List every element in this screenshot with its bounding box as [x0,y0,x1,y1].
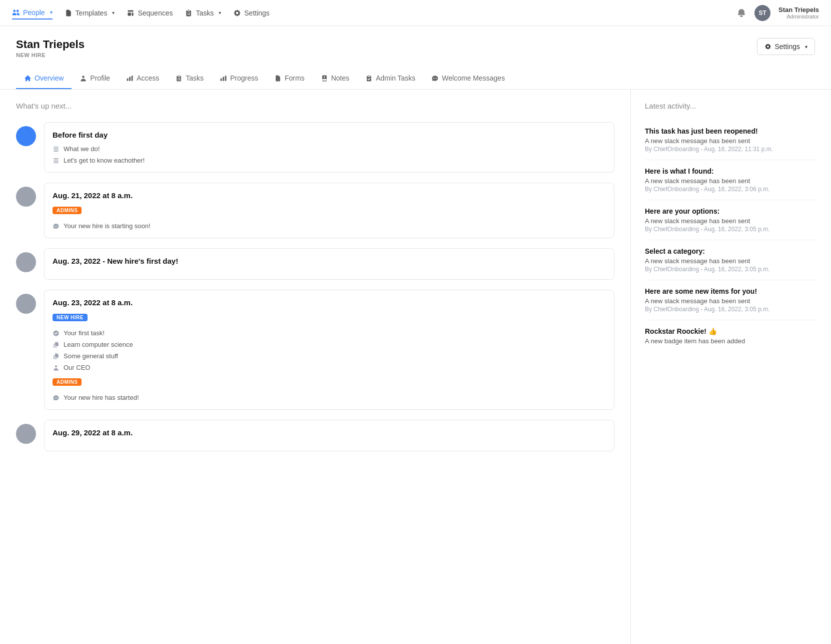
timeline-card-items: NEW HIRE Your first task! Learn computer… [53,313,606,401]
chevron-down-icon: ▾ [50,10,53,15]
tab-admin-tasks[interactable]: Admin Tasks [357,68,423,89]
chevron-down-icon: ▾ [219,10,221,16]
list-item: Let's get to know eachother! [53,157,606,164]
settings-icon [233,9,241,17]
admin-tasks-icon [365,75,373,82]
item-text: Our CEO [64,364,90,371]
activity-item: Rockstar Roockie! 👍 A new badge item has… [645,320,817,352]
tab-access-label: Access [137,74,159,82]
sub-nav: Overview Profile Access Tasks Progress [16,68,815,89]
activity-item: Here is what I found: A new slack messag… [645,160,817,200]
activity-item: Here are some new items for you! A new s… [645,280,817,320]
timeline-item: Aug. 23, 2022 - New hire's first day! [16,248,614,280]
activity-desc: A new slack message has been sent [645,257,817,265]
tab-access[interactable]: Access [118,68,167,89]
tab-overview-label: Overview [35,74,64,82]
settings-button-label: Settings [774,43,800,51]
tasks-icon [185,9,193,17]
nav-label-settings: Settings [244,9,270,17]
template-icon [65,9,73,17]
right-panel: Latest activity... This task has just be… [631,90,831,644]
left-panel: What's up next... Before first day What … [0,90,631,644]
tab-tasks[interactable]: Tasks [167,68,212,89]
timeline: Before first day What we do! Let's get t… [16,122,614,451]
list-item: Your new hire is starting soon! [53,222,606,230]
timeline-card: Aug. 23, 2022 - New hire's first day! [44,248,614,280]
timeline-dot [16,294,36,314]
sequences-icon [127,9,135,17]
list-item: Your first task! [53,329,606,337]
copy-icon [53,353,60,360]
chevron-down-icon: ▾ [112,10,115,16]
chat-small-icon [53,394,60,401]
activity-heading: Here is what I found: [645,167,817,175]
activity-heading: Here are your options: [645,207,817,215]
activity-desc: A new slack message has been sent [645,177,817,185]
timeline-card-items: ADMINS Your new hire is starting soon! [53,206,606,230]
user-name: Stan Triepels [778,6,819,14]
tab-progress-label: Progress [230,74,258,82]
activity-heading: Rockstar Roockie! 👍 [645,327,817,335]
page-subtitle: NEW HIRE [16,52,85,58]
tab-welcome-messages-label: Welcome Messages [442,74,505,82]
top-nav-right: ST Stan Triepels Administrator [736,5,819,21]
person-small-icon [53,364,60,371]
nav-item-settings[interactable]: Settings [233,7,270,19]
activity-meta: By ChiefOnboarding - Aug. 16, 2022, 3:05… [645,306,817,313]
access-icon [126,75,134,82]
list-icon [53,146,60,153]
copy-icon [53,341,60,348]
item-text: Learn computer science [64,341,133,348]
messages-icon [431,75,439,82]
tab-admin-tasks-label: Admin Tasks [376,74,415,82]
activity-item: Select a category: A new slack message h… [645,240,817,280]
item-text: Let's get to know eachother! [64,157,145,164]
timeline-dot [16,187,36,207]
tab-welcome-messages[interactable]: Welcome Messages [423,68,513,89]
nav-item-templates[interactable]: Templates ▾ [65,7,115,19]
nav-item-people[interactable]: People ▾ [12,7,53,20]
avatar: ST [754,5,770,21]
item-text: What we do! [64,145,100,153]
activity-meta: By ChiefOnboarding - Aug. 16, 2022, 3:06… [645,186,817,193]
gear-icon [764,43,771,50]
notification-icon[interactable] [736,8,746,18]
timeline-dot [16,252,36,272]
timeline-card: Aug. 23, 2022 at 8 a.m. NEW HIRE Your fi… [44,290,614,410]
tab-notes-label: Notes [331,74,350,82]
home-icon [24,75,32,82]
tab-profile[interactable]: Profile [72,68,118,89]
activity-item: This task has just been reopened! A new … [645,120,817,160]
activity-desc: A new badge item has been added [645,337,817,345]
tab-notes[interactable]: Notes [313,68,358,89]
list-item: Your new hire has started! [53,394,606,401]
latest-activity-title: Latest activity... [645,102,817,110]
notes-icon [321,75,328,82]
tab-progress[interactable]: Progress [212,68,266,89]
item-text: Your new hire has started! [64,394,139,401]
nav-label-tasks: Tasks [196,9,214,17]
timeline-dot [16,126,36,146]
forms-icon [274,75,282,82]
timeline-item: Aug. 21, 2022 at 8 a.m. ADMINS Your new … [16,183,614,238]
timeline-card: Before first day What we do! Let's get t… [44,122,614,173]
nav-item-tasks[interactable]: Tasks ▾ [185,7,221,19]
activity-list: This task has just been reopened! A new … [645,120,817,352]
main-content: What's up next... Before first day What … [0,90,831,644]
nav-item-sequences[interactable]: Sequences [127,7,173,19]
item-text: Your first task! [64,329,105,337]
nav-label-people: People [23,9,45,17]
activity-meta: By ChiefOnboarding - Aug. 16, 2022, 11:3… [645,146,817,153]
settings-button[interactable]: Settings ▾ [757,38,815,55]
tab-overview[interactable]: Overview [16,68,72,89]
tab-forms-label: Forms [285,74,305,82]
timeline-card-title: Before first day [53,131,606,139]
activity-item: Here are your options: A new slack messa… [645,200,817,240]
tab-forms[interactable]: Forms [266,68,313,89]
timeline-card: Aug. 29, 2022 at 8 a.m. [44,420,614,451]
tasks-sub-icon [175,75,183,82]
timeline-card: Aug. 21, 2022 at 8 a.m. ADMINS Your new … [44,183,614,238]
page-title-group: Stan Triepels NEW HIRE [16,38,85,58]
badge-admins: ADMINS [53,378,82,386]
list-item: Our CEO [53,364,606,371]
